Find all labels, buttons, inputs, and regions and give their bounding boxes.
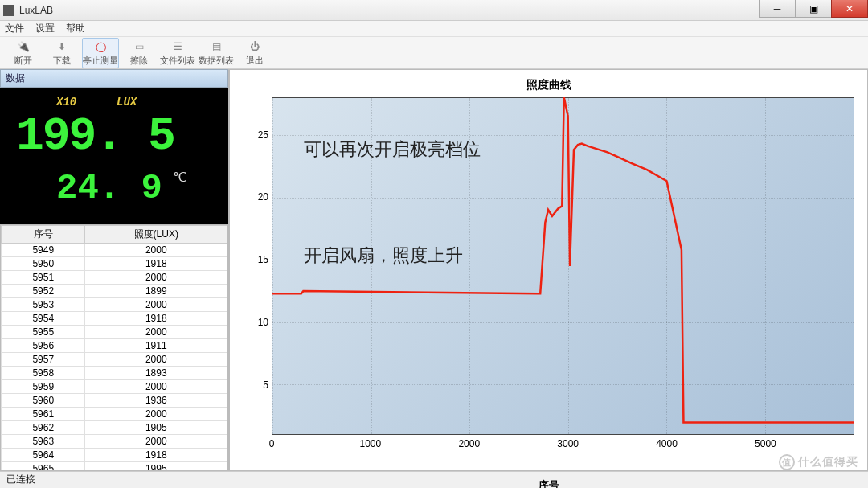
tool-disconnect[interactable]: 🔌 断开	[5, 38, 42, 68]
lcd-x10-label: X10	[56, 96, 76, 109]
left-panel: 数据 X10 LUX 199. 5 24. 9 ℃ 序号 照度(LUX) 594…	[0, 69, 229, 471]
lcd-display: X10 LUX 199. 5 24. 9 ℃	[0, 88, 228, 224]
eraser-icon: ▭	[131, 39, 147, 54]
ytick: 10	[258, 317, 272, 328]
table-row[interactable]: 59492000	[2, 244, 227, 257]
lcd-temp-unit: ℃	[173, 170, 187, 186]
main-area: 数据 X10 LUX 199. 5 24. 9 ℃ 序号 照度(LUX) 594…	[0, 69, 868, 471]
lifebuoy-icon: ◯	[92, 39, 108, 54]
xtick: 2000	[458, 435, 480, 449]
table-row[interactable]: 59632000	[2, 435, 227, 449]
data-panel-header: 数据	[0, 69, 228, 88]
annotation-1: 可以再次开启极亮档位	[304, 137, 481, 162]
data-table[interactable]: 序号 照度(LUX) 59492000595019185951200059521…	[0, 224, 228, 471]
table-row[interactable]: 59641918	[2, 449, 227, 462]
table-row[interactable]: 59612000	[2, 408, 227, 421]
plot-area: 可以再次开启极亮档位 开启风扇，照度上升 5101520250100020003…	[272, 97, 854, 435]
menu-file[interactable]: 文件	[5, 22, 24, 35]
app-icon	[3, 5, 14, 16]
watermark: 值 什么值得买	[779, 454, 858, 470]
status-connected: 已连接	[6, 473, 35, 486]
ytick: 20	[258, 191, 272, 203]
annotation-2: 开启风扇，照度上升	[304, 244, 463, 268]
xtick: 3000	[557, 435, 579, 449]
lcd-main-value: 199. 5	[16, 110, 174, 162]
chart-panel: 照度曲线 照度值(LUX) (10^3) 可以再次开启极亮档位 开启风扇，照度上…	[229, 69, 868, 471]
table-row[interactable]: 59521899	[2, 285, 227, 298]
chart-xlabel: 序号	[233, 464, 864, 488]
table-row[interactable]: 59552000	[2, 326, 227, 339]
exit-icon: ⏻	[247, 39, 263, 54]
tool-stop-measure[interactable]: ◯ 亭止测量	[82, 38, 119, 68]
table-row[interactable]: 59501918	[2, 257, 227, 271]
minimize-button[interactable]: ─	[759, 0, 796, 18]
ytick: 5	[263, 379, 272, 391]
tool-clear[interactable]: ▭ 擦除	[121, 38, 158, 68]
table-row[interactable]: 59601936	[2, 394, 227, 408]
file-list-icon: ☰	[170, 39, 186, 54]
watermark-text: 什么值得买	[798, 455, 858, 470]
tool-download[interactable]: ⬇ 下载	[43, 38, 80, 68]
menu-settings[interactable]: 设置	[35, 22, 55, 35]
download-icon: ⬇	[54, 39, 70, 54]
col-index[interactable]: 序号	[2, 226, 85, 244]
ytick: 25	[258, 129, 272, 141]
menu-help[interactable]: 帮助	[66, 22, 85, 35]
chart-title: 照度曲线	[233, 73, 864, 97]
plug-icon: 🔌	[15, 39, 31, 54]
table-row[interactable]: 59581893	[2, 367, 227, 380]
maximize-button[interactable]: ▣	[795, 0, 832, 18]
table-row[interactable]: 59541918	[2, 312, 227, 326]
xtick: 5000	[755, 435, 776, 449]
tool-exit[interactable]: ⏻ 退出	[236, 38, 273, 68]
table-row[interactable]: 59572000	[2, 353, 227, 367]
table-row[interactable]: 59561911	[2, 339, 227, 353]
xtick: 4000	[656, 435, 678, 449]
lcd-lux-label: LUX	[117, 96, 137, 109]
table-row[interactable]: 59592000	[2, 380, 227, 394]
titlebar: LuxLAB ─ ▣ ✕	[0, 0, 868, 21]
data-list-icon: ▤	[208, 39, 224, 54]
window-controls: ─ ▣ ✕	[760, 0, 868, 18]
close-button[interactable]: ✕	[831, 0, 868, 18]
table-row[interactable]: 59532000	[2, 298, 227, 312]
watermark-icon: 值	[779, 454, 795, 470]
menubar: 文件 设置 帮助	[0, 21, 868, 37]
table-row[interactable]: 59512000	[2, 271, 227, 285]
window-title: LuxLAB	[19, 5, 865, 16]
tool-data-list[interactable]: ▤ 数据列表	[198, 38, 235, 68]
col-lux[interactable]: 照度(LUX)	[85, 226, 227, 244]
xtick: 0	[269, 435, 275, 449]
toolbar: 🔌 断开 ⬇ 下载 ◯ 亭止测量 ▭ 擦除 ☰ 文件列表 ▤ 数据列表 ⏻ 退出	[0, 37, 868, 69]
lcd-temp-value: 24. 9	[56, 168, 162, 208]
tool-file-list[interactable]: ☰ 文件列表	[159, 38, 196, 68]
table-row[interactable]: 59621905	[2, 421, 227, 435]
table-row[interactable]: 59651995	[2, 462, 227, 472]
ytick: 15	[258, 254, 272, 265]
xtick: 1000	[360, 435, 382, 449]
